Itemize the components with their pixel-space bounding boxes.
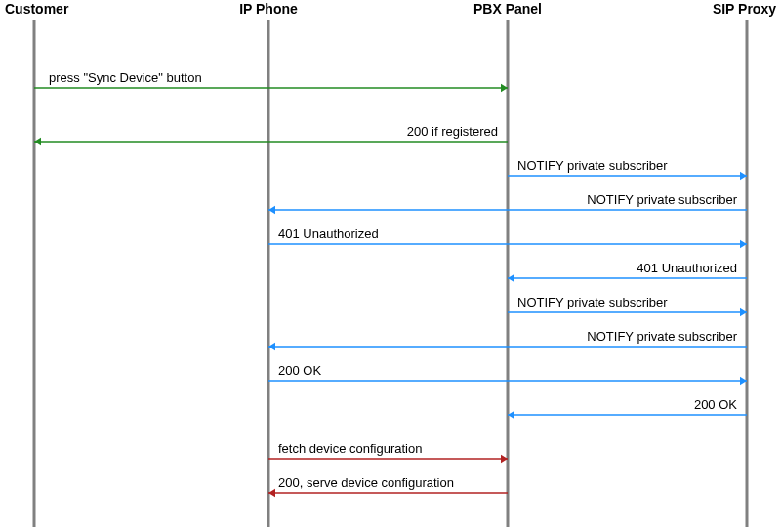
actor-label-customer: Customer <box>5 1 69 17</box>
actor-labels: CustomerIP PhonePBX PanelSIP Proxy <box>5 1 776 17</box>
message-label: press "Sync Device" button <box>49 70 202 85</box>
message-arrow: 200 OK <box>508 397 747 419</box>
message-label: 200, serve device configuration <box>278 475 454 490</box>
message-arrow: NOTIFY private subscriber <box>508 295 747 316</box>
message-arrow: fetch device configuration <box>268 441 508 463</box>
actor-label-ipphone: IP Phone <box>239 1 298 17</box>
actor-label-pbx: PBX Panel <box>473 1 542 17</box>
message-label: NOTIFY private subscriber <box>587 192 737 207</box>
actor-label-sip: SIP Proxy <box>713 1 776 17</box>
message-label: fetch device configuration <box>278 441 422 456</box>
message-label: NOTIFY private subscriber <box>587 329 737 344</box>
message-arrow: 200 if registered <box>34 124 508 145</box>
message-label: NOTIFY private subscriber <box>517 295 668 309</box>
sequence-diagram: CustomerIP PhonePBX PanelSIP Proxy press… <box>0 0 781 532</box>
messages: press "Sync Device" button200 if registe… <box>34 70 747 497</box>
message-arrow: press "Sync Device" button <box>34 70 508 92</box>
message-label: NOTIFY private subscriber <box>517 158 668 173</box>
message-label: 200 OK <box>694 397 737 412</box>
message-arrow: 200, serve device configuration <box>268 475 508 497</box>
message-label: 401 Unauthorized <box>278 226 379 241</box>
message-label: 200 if registered <box>407 124 498 139</box>
message-label: 401 Unauthorized <box>637 261 737 275</box>
message-arrow: 401 Unauthorized <box>508 261 747 282</box>
message-arrow: NOTIFY private subscriber <box>508 158 747 180</box>
message-label: 200 OK <box>278 363 321 378</box>
